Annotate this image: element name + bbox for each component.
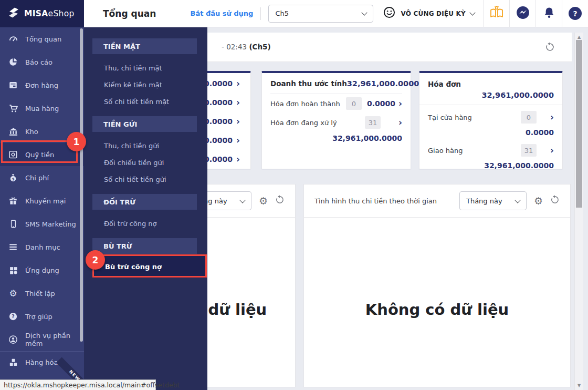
chevron-right-icon: › [550,114,554,121]
sidebar-item-bao-cao[interactable]: Báo cáo [0,50,84,74]
revenue-total-row: Doanh thu ước tính 32,961,000.0000 [270,74,402,94]
invoice-card: Hóa đơn 32,961,000.0000 Tại cửa hàng 0 ›… [419,71,563,169]
misa-logo-icon [7,6,20,22]
select-value: Tháng này [466,197,502,205]
guide-book-icon [489,6,504,22]
delivery-row[interactable]: Giao hàng 31 › [428,141,554,159]
smiley-icon [383,6,396,21]
submenu-section-tien-mat: TIỀN MẶT [92,38,197,54]
store-row[interactable]: Tại cửa hàng 0 › [428,108,554,126]
account-menu[interactable]: VÔ CÙNG DIỆU KỲ [383,6,475,21]
cashflow-period-select[interactable]: Tháng này [459,191,527,210]
sidebar-item-don-hang[interactable]: Đơn hàng [0,74,84,97]
boxes-icon [8,357,18,367]
scrollbar-thumb[interactable] [576,40,582,208]
invoice-card-header: Hóa đơn 32,961,000.0000 [419,73,562,105]
refresh-icon[interactable] [275,195,285,207]
submenu-item-doi-chieu-tien-gui[interactable]: Đối chiếu tiền gửi [84,154,207,171]
notifications-button[interactable] [536,0,562,27]
sidebar-scrollbar-thumb[interactable] [80,28,83,342]
submenu-item-kiem-ke-tien-mat[interactable]: Kiểm kê tiền mặt [84,76,207,93]
chevron-right-icon: › [550,147,554,154]
refresh-icon[interactable] [550,195,560,207]
count-badge: 31 [521,144,537,157]
top-header: Tổng quan Bắt đầu sử dụng Ch5 VÔ CÙNG DI… [84,0,588,27]
scroll-up-arrow[interactable]: ▲ [575,35,583,39]
scroll-down-arrow[interactable]: ▼ [575,383,583,388]
app-window: - 02:43 (Ch5) 0.0000› 0.0000› 0.0000› 0.… [0,0,588,390]
sidebar-item-label: Thiết lập [25,290,55,297]
sidebar-item-danh-muc[interactable]: Danh mục [0,235,84,259]
submenu-item-so-chi-tiet-tien-gui[interactable]: Sổ chi tiết tiền gửi [84,171,207,188]
invoice-complete-row[interactable]: Hóa đơn hoàn thành 0 0.0000 › [270,94,402,113]
receipt-icon [8,80,18,90]
submenu-item-thu-chi-tien-mat[interactable]: Thu, chi tiền mặt [84,59,207,76]
processing-value-line: 32,961,000.0000 [262,133,411,143]
sidebar-item-label: Đơn hàng [25,81,58,89]
invoice-title: Hóa đơn [428,80,554,88]
sidebar-item-label: Trợ giúp [25,313,52,321]
row-label: Hóa đơn hoàn thành [270,100,346,108]
chevron-right-icon: › [236,137,240,144]
count-badge: 0 [346,97,362,110]
period-time: - 02:43 [222,43,247,51]
sidebar: MISAeShop Tổng quan Báo cáo Đơn hàng Mua… [0,0,84,390]
warehouse-icon [8,127,18,137]
chevron-down-icon [469,9,475,15]
period-label: - 02:43 (Ch5) [222,43,271,51]
gear-icon: ⚙ [8,288,18,299]
branch-select-value: Ch5 [275,9,289,17]
step2-highlight-box [92,254,207,278]
svg-text:$: $ [12,177,15,181]
divider [260,7,261,20]
gear-icon[interactable]: ⚙ [259,196,268,206]
submenu-item-doi-tru-cong-no[interactable]: Đối trừ công nợ [84,215,207,232]
chevron-right-icon: › [398,100,402,107]
phone-icon [8,219,18,229]
invoice-processing-row[interactable]: Hóa đơn đang xử lý 31 › [270,113,402,132]
messenger-button[interactable] [509,0,536,27]
row-value: 0.0000 [367,99,395,108]
list-icon [8,242,18,252]
sidebar-item-label: Dịch vụ phần mềm [25,332,84,347]
chevron-right-icon: › [236,99,240,106]
count-badge: 31 [365,116,381,129]
branch-select[interactable]: Ch5 [268,5,373,23]
sidebar-item-chi-phi[interactable]: $ Chi phí [0,166,84,189]
vertical-scrollbar[interactable]: ▲ ▼ [574,33,583,390]
submenu-section-bu-tru: BÙ TRỪ [92,238,197,254]
sidebar-item-mua-hang[interactable]: Mua hàng [0,97,84,120]
sidebar-item-label: Khuyến mại [25,197,66,205]
help-button[interactable]: ? [562,0,588,27]
sidebar-item-khuyen-mai[interactable]: Khuyến mại [0,189,84,212]
person-icon [8,335,18,344]
refresh-icon[interactable] [545,42,555,54]
app-logo[interactable]: MISAeShop [0,0,84,27]
chevron-right-icon: › [398,119,402,126]
browser-status-bar: https://okla.mshopkeeper.misa.local/main… [0,379,156,390]
sidebar-item-dich-vu-phan-mem[interactable]: Dịch vụ phần mềm [0,328,84,351]
cashflow-panel-title: Tình hình thu chi tiền theo thời gian [314,197,459,205]
summary-value: 0.0000 [204,117,233,126]
sidebar-item-sms-marketing[interactable]: SMS Marketing [0,212,84,235]
sidebar-item-ung-dung[interactable]: Ứng dụng [0,259,84,282]
guide-button[interactable] [483,0,509,27]
gift-icon [8,196,18,206]
sidebar-item-label: Kho [25,128,38,136]
invoice-total-line: 32,961,000.0000 [428,90,554,100]
submenu-item-thu-chi-tien-gui[interactable]: Thu, chi tiền gửi [84,137,207,154]
chevron-down-icon [239,197,245,203]
sidebar-item-label: SMS Marketing [25,220,76,228]
sidebar-item-tro-giup[interactable]: ? Trợ giúp [0,305,84,328]
submenu-item-so-chi-tiet-tien-mat[interactable]: Sổ chi tiết tiền mặt [84,93,207,110]
revenue-total: 32,961,000.0000 [347,79,419,88]
get-started-link[interactable]: Bắt đầu sử dụng [190,9,253,17]
sidebar-item-tong-quan[interactable]: Tổng quan [0,27,84,50]
store-value-line: 0.0000 [419,127,562,137]
gear-icon[interactable]: ⚙ [534,196,543,206]
brand-text: MISAeShop [24,9,75,18]
sidebar-item-thiet-lap[interactable]: ⚙ Thiết lập [0,282,84,305]
account-name: VÔ CÙNG DIỆU KỲ [401,10,466,17]
submenu-section-doi-tru: ĐỐI TRỪ [92,194,197,210]
money-bag-icon: $ [8,173,18,182]
